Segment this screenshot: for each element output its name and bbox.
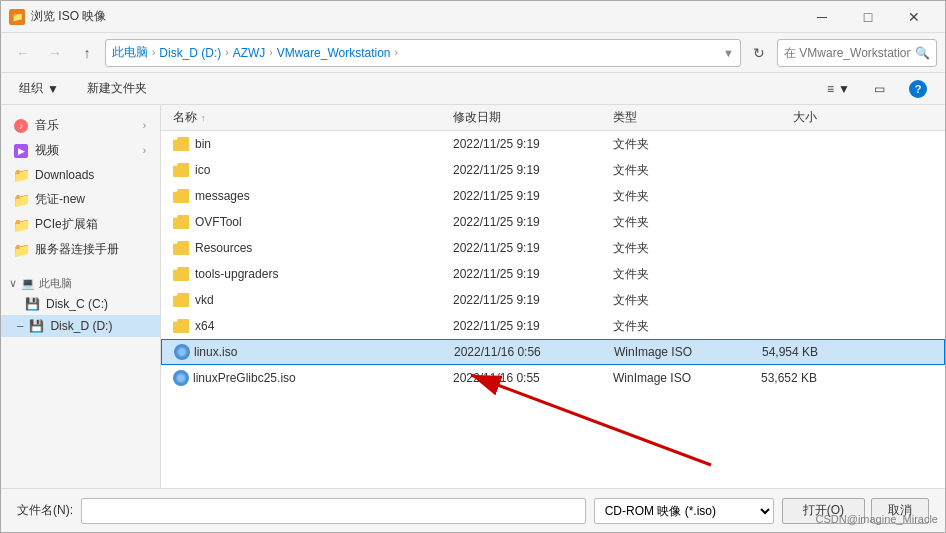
- breadcrumb-sep1: ›: [152, 47, 155, 58]
- sidebar-item-downloads[interactable]: 📁 Downloads: [1, 163, 160, 187]
- table-row[interactable]: vkd 2022/11/25 9:19 文件夹: [161, 287, 945, 313]
- watermark: CSDN@imagine_Miracle: [816, 513, 938, 525]
- sidebar-item-credentials-label: 凭证-new: [35, 191, 85, 208]
- file-name-cell: ico: [165, 163, 445, 177]
- header-type[interactable]: 类型: [605, 109, 725, 126]
- layout-button[interactable]: ▭: [864, 77, 895, 101]
- filename-label: 文件名(N):: [17, 502, 73, 519]
- sidebar-item-downloads-label: Downloads: [35, 168, 94, 182]
- new-folder-button[interactable]: 新建文件夹: [77, 77, 157, 101]
- credentials-folder-icon: 📁: [13, 192, 29, 208]
- address-bar[interactable]: 此电脑 › Disk_D (D:) › AZWJ › VMware_Workst…: [105, 39, 741, 67]
- sidebar-item-music[interactable]: ♪ 音乐 ›: [1, 113, 160, 138]
- header-name[interactable]: 名称 ↑: [165, 109, 445, 126]
- filename-input[interactable]: [81, 498, 586, 524]
- view-menu-button[interactable]: ≡ ▼: [817, 77, 860, 101]
- folder-icon: [173, 293, 189, 307]
- video-arrow: ›: [143, 145, 146, 156]
- table-row[interactable]: ico 2022/11/25 9:19 文件夹: [161, 157, 945, 183]
- minimize-button[interactable]: ─: [799, 1, 845, 33]
- folder-icon: [173, 137, 189, 151]
- diskc-icon: 💾: [25, 297, 40, 311]
- sidebar-item-diskd[interactable]: ─ 💾 Disk_D (D:): [1, 315, 160, 337]
- music-icon: ♪: [13, 118, 29, 134]
- header-type-label: 类型: [613, 110, 637, 124]
- secondary-toolbar: 组织 ▼ 新建文件夹 ≡ ▼ ▭ ?: [1, 73, 945, 105]
- downloads-folder-icon: 📁: [13, 167, 29, 183]
- sidebar-item-server-manual[interactable]: 📁 服务器连接手册: [1, 237, 160, 262]
- back-button[interactable]: ←: [9, 39, 37, 67]
- address-dropdown-icon[interactable]: ▼: [723, 47, 734, 59]
- up-button[interactable]: ↑: [73, 39, 101, 67]
- file-name-label: linuxPreGlibc25.iso: [193, 371, 296, 385]
- file-type-cell: 文件夹: [605, 214, 725, 231]
- folder-icon: [173, 215, 189, 229]
- forward-button[interactable]: →: [41, 39, 69, 67]
- sort-arrow-icon: ↑: [201, 113, 206, 123]
- expand-diskd-icon: ─: [17, 321, 23, 331]
- header-size[interactable]: 大小: [725, 109, 825, 126]
- file-type-cell: 文件夹: [605, 266, 725, 283]
- file-list-header: 名称 ↑ 修改日期 类型 大小: [161, 105, 945, 131]
- breadcrumb-vmware[interactable]: VMware_Workstation: [277, 46, 391, 60]
- maximize-button[interactable]: □: [845, 1, 891, 33]
- folder-icon: [173, 241, 189, 255]
- table-row[interactable]: tools-upgraders 2022/11/25 9:19 文件夹: [161, 261, 945, 287]
- file-date-cell: 2022/11/16 0:56: [446, 345, 606, 359]
- close-button[interactable]: ✕: [891, 1, 937, 33]
- sidebar-item-credentials[interactable]: 📁 凭证-new: [1, 187, 160, 212]
- iso-file-icon: [174, 344, 190, 360]
- file-name-label: bin: [195, 137, 211, 151]
- refresh-button[interactable]: ↻: [745, 39, 773, 67]
- music-arrow: ›: [143, 120, 146, 131]
- folder-icon: [173, 163, 189, 177]
- table-row[interactable]: bin 2022/11/25 9:19 文件夹: [161, 131, 945, 157]
- sidebar-item-pcie[interactable]: 📁 PCIe扩展箱: [1, 212, 160, 237]
- search-input[interactable]: [784, 46, 911, 60]
- breadcrumb-azwj[interactable]: AZWJ: [233, 46, 266, 60]
- file-date-cell: 2022/11/25 9:19: [445, 215, 605, 229]
- window-icon: 📁: [9, 9, 25, 25]
- expand-icon: ∨: [9, 277, 17, 290]
- this-pc-section[interactable]: ∨ 💻 此电脑: [1, 270, 160, 293]
- file-name-label: Resources: [195, 241, 252, 255]
- organize-label: 组织: [19, 80, 43, 97]
- sidebar-item-video[interactable]: ▶ 视频 ›: [1, 138, 160, 163]
- table-row[interactable]: linuxPreGlibc25.iso 2022/11/16 0:55 WinI…: [161, 365, 945, 391]
- breadcrumb-diskd[interactable]: Disk_D (D:): [159, 46, 221, 60]
- header-date[interactable]: 修改日期: [445, 109, 605, 126]
- file-name-cell: linux.iso: [166, 344, 446, 360]
- file-name-label: vkd: [195, 293, 214, 307]
- file-name-cell: vkd: [165, 293, 445, 307]
- organize-dropdown-icon: ▼: [47, 82, 59, 96]
- file-name-label: tools-upgraders: [195, 267, 278, 281]
- main-content: ♪ 音乐 › ▶ 视频 › 📁 Downloads 📁 凭证-new 📁 PCI…: [1, 105, 945, 488]
- file-name-label: ico: [195, 163, 210, 177]
- title-bar: 📁 浏览 ISO 映像 ─ □ ✕: [1, 1, 945, 33]
- folder-icon: [173, 319, 189, 333]
- title-bar-controls: ─ □ ✕: [799, 1, 937, 33]
- file-name-cell: messages: [165, 189, 445, 203]
- sidebar-item-pcie-label: PCIe扩展箱: [35, 216, 98, 233]
- help-button[interactable]: ?: [899, 77, 937, 101]
- table-row[interactable]: Resources 2022/11/25 9:19 文件夹: [161, 235, 945, 261]
- file-size-cell: 54,954 KB: [726, 345, 826, 359]
- new-folder-label: 新建文件夹: [87, 80, 147, 97]
- table-row[interactable]: messages 2022/11/25 9:19 文件夹: [161, 183, 945, 209]
- file-type-cell: 文件夹: [605, 240, 725, 257]
- organize-button[interactable]: 组织 ▼: [9, 77, 69, 101]
- file-type-cell: 文件夹: [605, 162, 725, 179]
- diskd-icon: 💾: [29, 319, 44, 333]
- table-row[interactable]: linux.iso 2022/11/16 0:56 WinImage ISO 5…: [161, 339, 945, 365]
- bottom-bar: 文件名(N): CD-ROM 映像 (*.iso) 打开(O) 取消: [1, 488, 945, 532]
- breadcrumb-thispc[interactable]: 此电脑: [112, 44, 148, 61]
- table-row[interactable]: OVFTool 2022/11/25 9:19 文件夹: [161, 209, 945, 235]
- file-name-cell: tools-upgraders: [165, 267, 445, 281]
- layout-icon: ▭: [874, 82, 885, 96]
- sidebar: ♪ 音乐 › ▶ 视频 › 📁 Downloads 📁 凭证-new 📁 PCI…: [1, 105, 161, 488]
- filetype-select[interactable]: CD-ROM 映像 (*.iso): [594, 498, 774, 524]
- sidebar-item-diskc[interactable]: 💾 Disk_C (C:): [1, 293, 160, 315]
- address-toolbar: ← → ↑ 此电脑 › Disk_D (D:) › AZWJ › VMware_…: [1, 33, 945, 73]
- table-row[interactable]: x64 2022/11/25 9:19 文件夹: [161, 313, 945, 339]
- sidebar-item-server-manual-label: 服务器连接手册: [35, 241, 119, 258]
